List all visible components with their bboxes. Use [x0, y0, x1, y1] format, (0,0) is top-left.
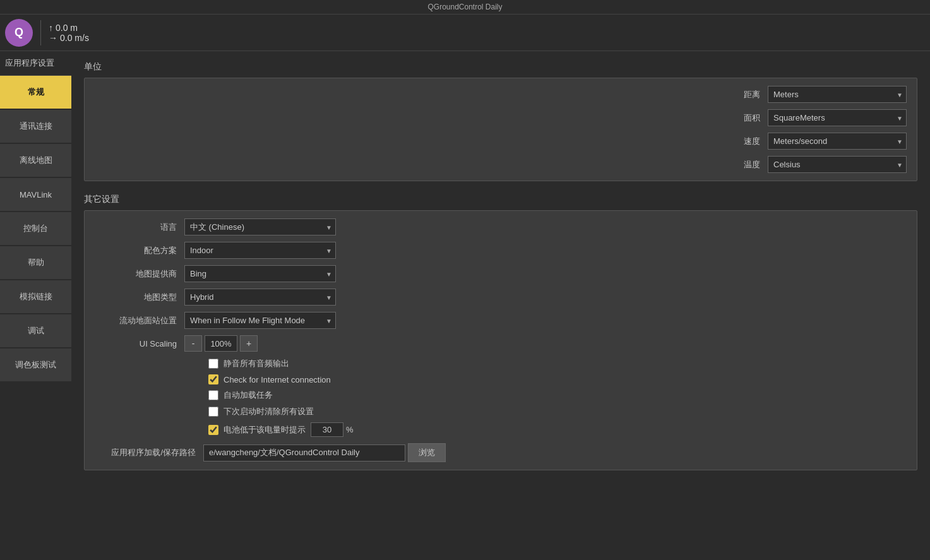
header-divider [40, 20, 41, 45]
ui-scaling-label: UI Scaling [95, 339, 177, 349]
sidebar-item-console[interactable]: 控制台 [0, 212, 71, 245]
map-provider-select[interactable]: Bing Google OpenStreetMap [184, 265, 336, 282]
map-provider-select-wrapper: Bing Google OpenStreetMap [184, 265, 336, 282]
altitude-arrow-icon: ↑ [49, 23, 53, 33]
streaming-position-select-wrapper: When in Follow Me Flight Mode Always Nev… [184, 312, 336, 329]
mute-audio-row: 静音所有音频输出 [95, 358, 907, 369]
sidebar-item-debug[interactable]: 调试 [0, 314, 71, 347]
streaming-position-label: 流动地面站位置 [95, 315, 177, 326]
scaling-value: 100% [205, 335, 237, 352]
color-scheme-select[interactable]: Indoor Outdoor [184, 242, 336, 259]
title-bar: QGroundControl Daily [0, 0, 930, 15]
other-settings-section: 其它设置 语言 中文 (Chinese) English 配色方案 [84, 194, 917, 470]
auto-load-label: 自动加载任务 [224, 390, 273, 401]
area-select-wrapper: SquareMeters SquareFeet [768, 109, 907, 126]
temperature-select-wrapper: Celsius Fahrenheit [768, 156, 907, 173]
distance-select-wrapper: Meters Feet [768, 86, 907, 103]
map-type-label: 地图类型 [95, 292, 177, 303]
temperature-row: 温度 Celsius Fahrenheit [95, 156, 907, 173]
language-select-wrapper: 中文 (Chinese) English [184, 218, 336, 235]
speed-arrow-icon: → [49, 33, 57, 43]
scaling-controls: - 100% + [184, 335, 258, 352]
sidebar: 应用程序设置 常规 通讯连接 离线地图 MAVLink 控制台 帮助 模拟链接 … [0, 51, 71, 559]
check-internet-checkbox[interactable] [208, 374, 218, 384]
ui-scaling-row: UI Scaling - 100% + [95, 335, 907, 352]
scaling-minus-button[interactable]: - [184, 335, 202, 352]
streaming-position-select[interactable]: When in Follow Me Flight Mode Always Nev… [184, 312, 336, 329]
logo-text: Q [15, 26, 23, 39]
app-header: Q ↑ 0.0 m → 0.0 m/s [0, 15, 930, 51]
other-settings-box: 语言 中文 (Chinese) English 配色方案 Indoor Outd… [84, 210, 917, 470]
sidebar-item-mock-link[interactable]: 模拟链接 [0, 280, 71, 313]
speed-select-wrapper: Meters/second Feet/second [768, 133, 907, 150]
sidebar-item-help[interactable]: 帮助 [0, 246, 71, 279]
map-type-select-wrapper: Hybrid Street Satellite [184, 289, 336, 306]
distance-row: 距离 Meters Feet [95, 86, 907, 103]
mute-audio-label: 静音所有音频输出 [224, 358, 289, 369]
language-select[interactable]: 中文 (Chinese) English [184, 218, 336, 235]
battery-label: 电池低于该电量时提示 [224, 424, 306, 436]
temperature-select[interactable]: Celsius Fahrenheit [768, 156, 907, 173]
color-scheme-row: 配色方案 Indoor Outdoor [95, 242, 907, 259]
map-type-row: 地图类型 Hybrid Street Satellite [95, 289, 907, 306]
color-scheme-label: 配色方案 [95, 245, 177, 256]
speed-row: → 0.0 m/s [49, 33, 89, 43]
clear-settings-row: 下次启动时清除所有设置 [95, 406, 907, 417]
scaling-plus-button[interactable]: + [240, 335, 258, 352]
language-row: 语言 中文 (Chinese) English [95, 218, 907, 235]
mute-audio-checkbox[interactable] [208, 359, 218, 369]
sidebar-header: 应用程序设置 [0, 51, 71, 76]
check-internet-label: Check for Internet connection [224, 375, 331, 384]
path-row: 应用程序加载/保存路径 浏览 [95, 443, 907, 462]
auto-load-row: 自动加载任务 [95, 390, 907, 401]
app-title: QGroundControl Daily [427, 3, 502, 11]
distance-label: 距离 [710, 89, 760, 100]
content-area: 单位 距离 Meters Feet 面积 SquareMet [71, 51, 930, 559]
clear-settings-label: 下次启动时清除所有设置 [224, 406, 314, 417]
speed-label: 速度 [710, 136, 760, 147]
units-section-box: 距离 Meters Feet 面积 SquareMeters SquareFee… [84, 78, 917, 181]
auto-load-checkbox[interactable] [208, 390, 218, 400]
speed-row: 速度 Meters/second Feet/second [95, 133, 907, 150]
sidebar-item-comms[interactable]: 通讯连接 [0, 110, 71, 143]
units-section: 单位 距离 Meters Feet 面积 SquareMet [84, 61, 917, 181]
sidebar-item-offline-map[interactable]: 离线地图 [0, 144, 71, 177]
temperature-label: 温度 [710, 159, 760, 170]
area-select[interactable]: SquareMeters SquareFeet [768, 109, 907, 126]
streaming-position-row: 流动地面站位置 When in Follow Me Flight Mode Al… [95, 312, 907, 329]
map-type-select[interactable]: Hybrid Street Satellite [184, 289, 336, 306]
color-scheme-select-wrapper: Indoor Outdoor [184, 242, 336, 259]
distance-select[interactable]: Meters Feet [768, 86, 907, 103]
units-section-title: 单位 [84, 61, 917, 73]
path-label: 应用程序加载/保存路径 [95, 447, 196, 458]
area-label: 面积 [710, 112, 760, 124]
speed-value: 0.0 m/s [60, 33, 89, 43]
battery-value-input[interactable] [311, 422, 343, 437]
battery-percent: % [346, 425, 354, 434]
other-settings-title: 其它设置 [84, 194, 917, 205]
battery-checkbox[interactable] [208, 425, 218, 435]
sidebar-item-mavlink[interactable]: MAVLink [0, 178, 71, 211]
clear-settings-checkbox[interactable] [208, 407, 218, 417]
map-provider-label: 地图提供商 [95, 268, 177, 280]
header-stats: ↑ 0.0 m → 0.0 m/s [49, 23, 89, 43]
app-logo: Q [5, 19, 33, 47]
altitude-value: 0.0 m [56, 23, 78, 33]
path-input[interactable] [203, 444, 405, 462]
sidebar-item-color-test[interactable]: 调色板测试 [0, 349, 71, 381]
browse-button[interactable]: 浏览 [408, 443, 446, 462]
sidebar-item-general[interactable]: 常规 [0, 76, 71, 109]
check-internet-row: Check for Internet connection [95, 374, 907, 384]
map-provider-row: 地图提供商 Bing Google OpenStreetMap [95, 265, 907, 282]
speed-select[interactable]: Meters/second Feet/second [768, 133, 907, 150]
area-row: 面积 SquareMeters SquareFeet [95, 109, 907, 126]
battery-row: 电池低于该电量时提示 % [95, 422, 907, 437]
language-label: 语言 [95, 222, 177, 233]
main-layout: 应用程序设置 常规 通讯连接 离线地图 MAVLink 控制台 帮助 模拟链接 … [0, 51, 930, 559]
altitude-row: ↑ 0.0 m [49, 23, 89, 33]
